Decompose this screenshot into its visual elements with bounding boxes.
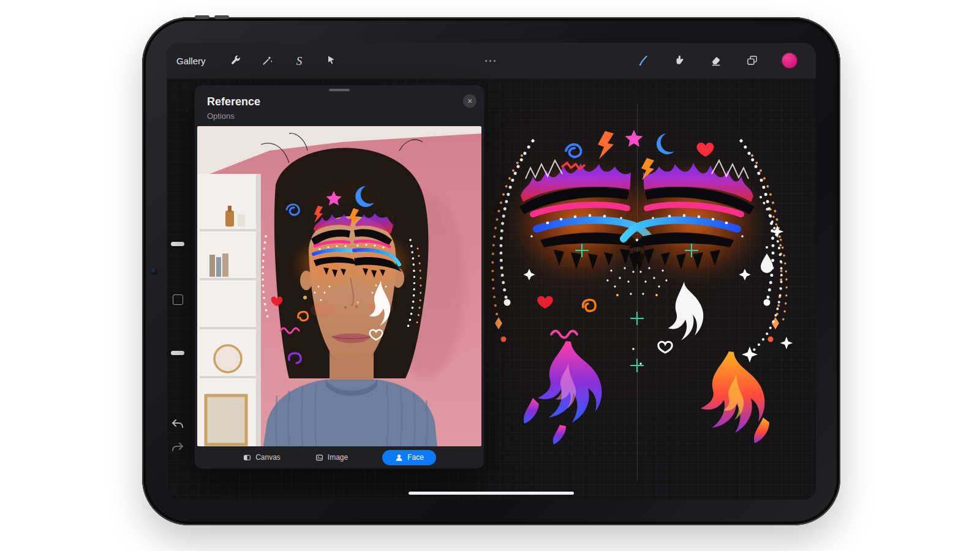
ipad-device: Gallery S (142, 17, 840, 525)
tab-image-label: Image (328, 453, 348, 462)
wrench-icon (230, 54, 242, 67)
face-camera-preview[interactable] (197, 126, 481, 446)
ellipsis-icon: ••• (485, 57, 498, 64)
color-swatch-button[interactable] (782, 53, 797, 69)
panel-title: Reference (207, 96, 260, 108)
selection-s-icon: S (296, 55, 303, 67)
undo-button[interactable] (170, 416, 185, 431)
actions-button[interactable] (229, 54, 243, 67)
reference-photo (197, 126, 481, 446)
image-tab-icon (315, 453, 324, 462)
smudge-finger-icon (674, 54, 686, 67)
volume-button-down (214, 15, 229, 19)
face-tab-icon (394, 453, 404, 462)
layers-icon (746, 54, 758, 67)
tab-canvas-label: Canvas (255, 453, 281, 462)
selection-button[interactable]: S (293, 54, 306, 67)
options-button[interactable]: Options (207, 111, 235, 121)
smudge-tool-button[interactable] (673, 54, 687, 67)
left-bottom-flames (524, 341, 601, 444)
reference-mode-tabs: Canvas Image (195, 446, 484, 468)
opacity-slider[interactable] (171, 351, 184, 355)
paint-tool-button[interactable] (637, 54, 650, 67)
right-bottom-flames (701, 351, 769, 443)
reference-panel[interactable]: Reference Options ✕ (195, 86, 484, 468)
magic-wand-icon (262, 54, 274, 67)
tab-face[interactable]: Face (382, 450, 436, 465)
woman-portrait (261, 133, 437, 446)
canvas-tab-icon (243, 453, 252, 462)
canvas-artwork[interactable] (473, 87, 804, 491)
brush-icon (638, 54, 650, 67)
tab-face-label: Face (407, 453, 424, 462)
top-toolbar: Gallery S (167, 43, 816, 78)
page-background: Gallery S (0, 0, 980, 551)
layers-button[interactable] (745, 54, 759, 67)
close-icon: ✕ (467, 97, 472, 105)
toolbar-right-group (637, 43, 797, 78)
erase-tool-button[interactable] (709, 54, 723, 67)
procreate-app: Gallery S (167, 43, 816, 500)
volume-button-up (195, 15, 209, 19)
modify-button[interactable] (173, 294, 183, 305)
tab-canvas[interactable]: Canvas (243, 453, 281, 462)
left-cheek-doodles (537, 296, 595, 338)
eraser-icon (710, 54, 722, 67)
gallery-button[interactable]: Gallery (176, 56, 206, 66)
brush-size-slider[interactable] (171, 242, 184, 246)
transform-arrow-icon (325, 54, 337, 67)
sidebar-controls (167, 78, 189, 500)
toolbar-left-group: Gallery S (176, 43, 338, 78)
adjustments-button[interactable] (261, 54, 274, 67)
panel-drag-handle[interactable] (329, 89, 350, 91)
front-camera (150, 268, 157, 275)
overflow-menu[interactable]: ••• (485, 43, 498, 78)
close-button[interactable]: ✕ (463, 94, 477, 108)
background-shelf (197, 174, 261, 446)
tab-image[interactable]: Image (315, 453, 348, 462)
home-indicator[interactable] (409, 492, 574, 495)
redo-button[interactable] (170, 440, 185, 454)
transform-button[interactable] (325, 54, 338, 67)
